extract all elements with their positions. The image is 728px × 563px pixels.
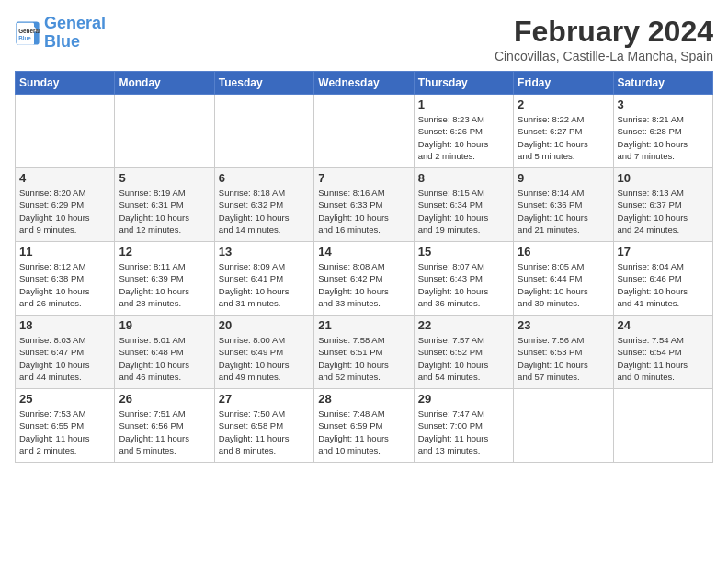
calendar-cell: [115, 95, 214, 168]
logo-line1: General: [44, 14, 106, 32]
day-number: 8: [418, 171, 509, 185]
day-info: Sunrise: 7:48 AM Sunset: 6:59 PM Dayligh…: [318, 408, 409, 456]
day-number: 18: [19, 318, 110, 332]
calendar-cell: 1Sunrise: 8:23 AM Sunset: 6:26 PM Daylig…: [414, 95, 513, 168]
weekday-friday: Friday: [514, 72, 613, 95]
calendar-body: 1Sunrise: 8:23 AM Sunset: 6:26 PM Daylig…: [16, 95, 713, 463]
page-header: General Blue General Blue February 2024 …: [15, 15, 713, 63]
weekday-monday: Monday: [115, 72, 214, 95]
day-info: Sunrise: 8:15 AM Sunset: 6:34 PM Dayligh…: [418, 187, 509, 236]
day-number: 11: [19, 245, 110, 259]
day-number: 21: [318, 318, 409, 332]
calendar-cell: 3Sunrise: 8:21 AM Sunset: 6:28 PM Daylig…: [613, 95, 712, 168]
calendar-week-0: 1Sunrise: 8:23 AM Sunset: 6:26 PM Daylig…: [16, 95, 713, 168]
day-number: 3: [618, 98, 709, 111]
day-number: 23: [518, 318, 609, 332]
weekday-row: Sunday Monday Tuesday Wednesday Thursday…: [16, 72, 713, 95]
day-number: 6: [219, 171, 310, 185]
day-info: Sunrise: 7:51 AM Sunset: 6:56 PM Dayligh…: [119, 408, 210, 456]
calendar-cell: [16, 95, 115, 168]
day-info: Sunrise: 8:18 AM Sunset: 6:32 PM Dayligh…: [219, 187, 310, 236]
day-info: Sunrise: 8:05 AM Sunset: 6:44 PM Dayligh…: [518, 260, 609, 309]
calendar-cell: 21Sunrise: 7:58 AM Sunset: 6:51 PM Dayli…: [314, 316, 414, 389]
day-info: Sunrise: 8:20 AM Sunset: 6:29 PM Dayligh…: [19, 187, 110, 236]
calendar-cell: 10Sunrise: 8:13 AM Sunset: 6:37 PM Dayli…: [613, 168, 712, 242]
calendar-cell: 6Sunrise: 8:18 AM Sunset: 6:32 PM Daylig…: [214, 168, 313, 242]
day-info: Sunrise: 8:07 AM Sunset: 6:43 PM Dayligh…: [418, 260, 509, 309]
day-number: 9: [518, 171, 609, 185]
calendar-cell: 4Sunrise: 8:20 AM Sunset: 6:29 PM Daylig…: [16, 168, 115, 242]
weekday-saturday: Saturday: [613, 72, 712, 95]
day-info: Sunrise: 8:08 AM Sunset: 6:42 PM Dayligh…: [318, 260, 409, 309]
day-info: Sunrise: 7:54 AM Sunset: 6:54 PM Dayligh…: [618, 334, 709, 383]
day-number: 24: [618, 318, 709, 332]
calendar-cell: 8Sunrise: 8:15 AM Sunset: 6:34 PM Daylig…: [414, 168, 513, 242]
calendar-cell: 16Sunrise: 8:05 AM Sunset: 6:44 PM Dayli…: [514, 242, 613, 316]
calendar-cell: 25Sunrise: 7:53 AM Sunset: 6:55 PM Dayli…: [16, 389, 115, 463]
calendar-cell: 11Sunrise: 8:12 AM Sunset: 6:38 PM Dayli…: [16, 242, 115, 316]
day-number: 29: [418, 392, 509, 406]
day-info: Sunrise: 7:57 AM Sunset: 6:52 PM Dayligh…: [418, 334, 509, 383]
calendar-cell: [214, 95, 313, 168]
calendar-cell: 9Sunrise: 8:14 AM Sunset: 6:36 PM Daylig…: [514, 168, 613, 242]
weekday-sunday: Sunday: [16, 72, 115, 95]
day-info: Sunrise: 8:19 AM Sunset: 6:31 PM Dayligh…: [119, 187, 210, 236]
calendar-cell: 22Sunrise: 7:57 AM Sunset: 6:52 PM Dayli…: [414, 316, 513, 389]
day-info: Sunrise: 7:58 AM Sunset: 6:51 PM Dayligh…: [318, 334, 409, 383]
calendar-cell: 2Sunrise: 8:22 AM Sunset: 6:27 PM Daylig…: [514, 95, 613, 168]
day-number: 27: [219, 392, 310, 406]
calendar-week-3: 18Sunrise: 8:03 AM Sunset: 6:47 PM Dayli…: [16, 316, 713, 389]
calendar-cell: 17Sunrise: 8:04 AM Sunset: 6:46 PM Dayli…: [613, 242, 712, 316]
calendar-cell: 7Sunrise: 8:16 AM Sunset: 6:33 PM Daylig…: [314, 168, 414, 242]
day-info: Sunrise: 8:23 AM Sunset: 6:26 PM Dayligh…: [418, 113, 509, 162]
day-info: Sunrise: 8:09 AM Sunset: 6:41 PM Dayligh…: [219, 260, 310, 309]
day-number: 17: [618, 245, 709, 259]
month-year: February 2024: [495, 15, 713, 49]
weekday-thursday: Thursday: [414, 72, 513, 95]
calendar-header: Sunday Monday Tuesday Wednesday Thursday…: [16, 72, 713, 95]
day-number: 16: [518, 245, 609, 259]
day-info: Sunrise: 8:00 AM Sunset: 6:49 PM Dayligh…: [219, 334, 310, 383]
calendar-cell: 20Sunrise: 8:00 AM Sunset: 6:49 PM Dayli…: [214, 316, 313, 389]
day-number: 20: [219, 318, 310, 332]
calendar-cell: 15Sunrise: 8:07 AM Sunset: 6:43 PM Dayli…: [414, 242, 513, 316]
day-number: 10: [618, 171, 709, 185]
location: Cincovillas, Castille-La Mancha, Spain: [495, 49, 713, 63]
day-number: 2: [518, 98, 609, 111]
day-info: Sunrise: 7:47 AM Sunset: 7:00 PM Dayligh…: [418, 408, 509, 456]
calendar-cell: 23Sunrise: 7:56 AM Sunset: 6:53 PM Dayli…: [514, 316, 613, 389]
day-number: 13: [219, 245, 310, 259]
day-info: Sunrise: 8:16 AM Sunset: 6:33 PM Dayligh…: [318, 187, 409, 236]
logo: General Blue General Blue: [15, 15, 106, 52]
day-info: Sunrise: 8:13 AM Sunset: 6:37 PM Dayligh…: [618, 187, 709, 236]
calendar-cell: 19Sunrise: 8:01 AM Sunset: 6:48 PM Dayli…: [115, 316, 214, 389]
logo-line2: Blue: [44, 32, 80, 51]
day-number: 4: [19, 171, 110, 185]
day-number: 25: [19, 392, 110, 406]
day-number: 22: [418, 318, 509, 332]
calendar-cell: 5Sunrise: 8:19 AM Sunset: 6:31 PM Daylig…: [115, 168, 214, 242]
calendar-week-4: 25Sunrise: 7:53 AM Sunset: 6:55 PM Dayli…: [16, 389, 713, 463]
calendar-week-1: 4Sunrise: 8:20 AM Sunset: 6:29 PM Daylig…: [16, 168, 713, 242]
day-info: Sunrise: 7:56 AM Sunset: 6:53 PM Dayligh…: [518, 334, 609, 383]
day-info: Sunrise: 8:22 AM Sunset: 6:27 PM Dayligh…: [518, 113, 609, 162]
calendar-cell: 26Sunrise: 7:51 AM Sunset: 6:56 PM Dayli…: [115, 389, 214, 463]
calendar-cell: 12Sunrise: 8:11 AM Sunset: 6:39 PM Dayli…: [115, 242, 214, 316]
calendar-cell: 28Sunrise: 7:48 AM Sunset: 6:59 PM Dayli…: [314, 389, 414, 463]
title-block: February 2024 Cincovillas, Castille-La M…: [495, 15, 713, 63]
day-number: 14: [318, 245, 409, 259]
calendar-week-2: 11Sunrise: 8:12 AM Sunset: 6:38 PM Dayli…: [16, 242, 713, 316]
day-number: 1: [418, 98, 509, 111]
svg-text:General: General: [18, 28, 40, 34]
day-info: Sunrise: 7:50 AM Sunset: 6:58 PM Dayligh…: [219, 408, 310, 456]
day-info: Sunrise: 8:03 AM Sunset: 6:47 PM Dayligh…: [19, 334, 110, 383]
calendar-cell: 27Sunrise: 7:50 AM Sunset: 6:58 PM Dayli…: [214, 389, 313, 463]
calendar-cell: [514, 389, 613, 463]
weekday-wednesday: Wednesday: [314, 72, 414, 95]
svg-text:Blue: Blue: [18, 35, 31, 41]
calendar-cell: [613, 389, 712, 463]
calendar-cell: 14Sunrise: 8:08 AM Sunset: 6:42 PM Dayli…: [314, 242, 414, 316]
day-number: 7: [318, 171, 409, 185]
day-number: 26: [119, 392, 210, 406]
day-info: Sunrise: 8:11 AM Sunset: 6:39 PM Dayligh…: [119, 260, 210, 309]
